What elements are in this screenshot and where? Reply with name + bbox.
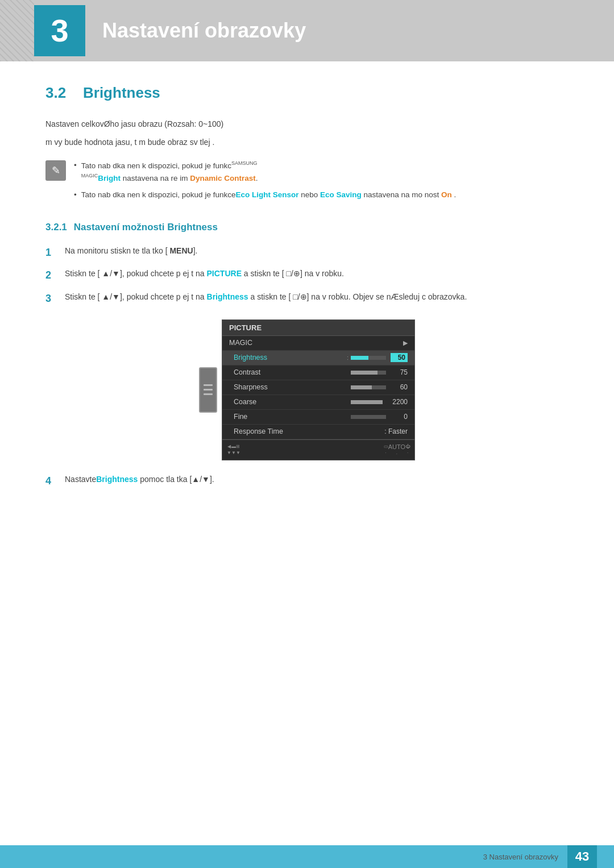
menu-row-contrast: Contrast 75 bbox=[222, 366, 414, 380]
subsection-heading: 3.2.1 Nastavení možnosti Brightness bbox=[45, 222, 569, 233]
subsection-number: 3.2.1 bbox=[45, 222, 67, 233]
note-box: ✎ Tato nab dka nen k dispozici, pokud je… bbox=[45, 159, 569, 206]
step-number-1: 1 bbox=[45, 244, 61, 261]
menu-row-fine: Fine 0 bbox=[222, 410, 414, 425]
step-text-1: Na monitoru stiskn te tla tko [ MENU]. bbox=[65, 244, 569, 257]
bottom-icon-plus: ⊞ ▼ bbox=[236, 444, 240, 455]
chapter-title: Nastavení obrazovky bbox=[102, 19, 306, 43]
menu-row-coarse: Coarse 2200 bbox=[222, 395, 414, 410]
step-2: 2 Stiskn te [ ▲/▼], pokud chcete p ej t … bbox=[45, 267, 569, 284]
chapter-number-box: 3 bbox=[34, 5, 85, 56]
picture-menu-bottom-bar: ◀ ▼ ▬ ▼ ⊞ ▼ ▭ · bbox=[222, 439, 414, 460]
section-title: Brightness bbox=[83, 84, 160, 102]
picture-menu-title: PICTURE bbox=[222, 320, 414, 336]
section-number: 3.2 bbox=[45, 84, 74, 102]
bottom-icon-power: ⏻ · bbox=[405, 444, 410, 455]
contrast-bar-fill bbox=[351, 371, 377, 375]
brightness-bar-fill bbox=[351, 356, 368, 360]
step-3: 3 Stiskn te [ ▲/▼], pokud chcete p ej t … bbox=[45, 290, 569, 307]
description2: m vy bude hodnota jasu, t m bude obraz s… bbox=[45, 136, 569, 148]
note-bullet-1: Tato nab dka nen k dispozici, pokud je f… bbox=[74, 159, 569, 184]
menu-row-sharpness: Sharpness 60 bbox=[222, 380, 414, 395]
step-number-4: 4 bbox=[45, 473, 61, 489]
chapter-number: 3 bbox=[51, 15, 68, 47]
monitor-side-icon bbox=[199, 367, 217, 413]
footer-page-number: 43 bbox=[567, 845, 597, 868]
step-text-4: NastavteBrightness pomoc tla tka [▲/▼]. bbox=[65, 473, 569, 485]
bottom-icon-left: ◀ ▼ bbox=[227, 444, 231, 455]
menu-row-response-time: Response Time : Faster bbox=[222, 425, 414, 439]
menu-row-brightness: Brightness : 50 bbox=[222, 351, 414, 366]
picture-menu-container: PICTURE MAGIC ▶ Brightness : 50 bbox=[45, 319, 569, 460]
note-content: Tato nab dka nen k dispozici, pokud je f… bbox=[74, 159, 569, 206]
step-4: 4 NastavteBrightness pomoc tla tka [▲/▼]… bbox=[45, 473, 569, 489]
note-icon: ✎ bbox=[45, 160, 66, 181]
step-text-2: Stiskn te [ ▲/▼], pokud chcete p ej t na… bbox=[65, 267, 569, 280]
bottom-icon-minus: ▬ ▼ bbox=[231, 444, 236, 455]
header-hatch-pattern bbox=[0, 0, 34, 61]
description1: Nastaven celkovØho jasu obrazu (Rozsah: … bbox=[45, 118, 569, 130]
step-1: 1 Na monitoru stiskn te tla tko [ MENU]. bbox=[45, 244, 569, 261]
bottom-icon-screen: ▭ · bbox=[384, 444, 388, 455]
bottom-icon-auto: AUTO · bbox=[388, 443, 405, 456]
sharpness-bar-fill bbox=[351, 385, 372, 389]
picture-menu: PICTURE MAGIC ▶ Brightness : 50 bbox=[222, 319, 415, 460]
menu-row-magic: MAGIC ▶ bbox=[222, 336, 414, 351]
step-text-3: Stiskn te [ ▲/▼], pokud chcete p ej t na… bbox=[65, 290, 569, 303]
page-footer: 3 Nastavení obrazovky 43 bbox=[0, 845, 614, 868]
coarse-bar-fill bbox=[351, 400, 383, 404]
footer-text: 3 Nastavení obrazovky bbox=[483, 853, 558, 861]
subsection-title: Nastavení možnosti Brightness bbox=[74, 222, 218, 233]
steps-list: 1 Na monitoru stiskn te tla tko [ MENU].… bbox=[45, 244, 569, 307]
step-number-3: 3 bbox=[45, 290, 61, 307]
step-number-2: 2 bbox=[45, 267, 61, 284]
note-bullet-2: Tato nab dka nen k dispozici, pokud je f… bbox=[74, 189, 569, 201]
